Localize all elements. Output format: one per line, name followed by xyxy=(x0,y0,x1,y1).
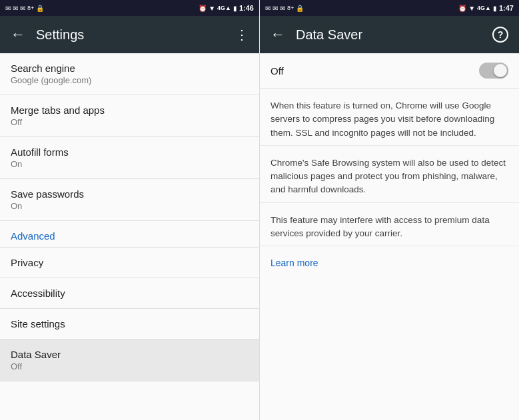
status-bar-left: ✉ ✉ ✉ 8+ 🔒 ⏰ ▼ 4G▲ ▮ 1:46 xyxy=(0,0,259,16)
settings-item-autofill[interactable]: Autofill forms On xyxy=(0,137,259,179)
left-panel: ✉ ✉ ✉ 8+ 🔒 ⏰ ▼ 4G▲ ▮ 1:46 ← Settings ⋮ S… xyxy=(0,0,260,420)
notification-icon-r: 8+ xyxy=(287,5,294,11)
site-settings-title: Site settings xyxy=(11,318,249,329)
lock-icon-r: 🔒 xyxy=(296,5,304,12)
gmail-icon3: ✉ xyxy=(20,5,25,12)
status-bar-left-icons: ✉ ✉ ✉ 8+ 🔒 xyxy=(5,5,44,12)
network-4g-icon: 4G▲ xyxy=(217,5,231,11)
description-1: When this feature is turned on, Chrome w… xyxy=(260,89,519,146)
signal-icon: ▼ xyxy=(209,5,215,12)
settings-item-data-saver[interactable]: Data Saver Off xyxy=(0,339,259,381)
learn-more-link[interactable]: Learn more xyxy=(270,258,318,268)
alarm-icon: ⏰ xyxy=(199,5,207,12)
settings-item-advanced: Advanced xyxy=(0,221,259,248)
settings-item-merge-tabs[interactable]: Merge tabs and apps Off xyxy=(0,95,259,137)
status-bar-right-right-icons: ⏰ ▼ 4G▲ ▮ 1:47 xyxy=(458,4,514,12)
signal-icon-r: ▼ xyxy=(468,5,475,12)
autofill-title: Autofill forms xyxy=(11,146,249,158)
save-passwords-title: Save passwords xyxy=(11,188,249,200)
merge-tabs-title: Merge tabs and apps xyxy=(11,105,249,116)
status-bar-right-icons: ⏰ ▼ 4G▲ ▮ 1:46 xyxy=(199,4,254,12)
settings-item-privacy[interactable]: Privacy xyxy=(0,248,259,278)
gmail-icon2-r: ✉ xyxy=(272,5,278,12)
battery-icon: ▮ xyxy=(233,5,237,12)
settings-item-accessibility[interactable]: Accessibility xyxy=(0,278,259,309)
battery-icon-r: ▮ xyxy=(493,5,497,12)
save-passwords-subtitle: On xyxy=(11,201,249,211)
help-icon[interactable]: ? xyxy=(492,27,508,43)
status-bar-right: ✉ ✉ ✉ 8+ 🔒 ⏰ ▼ 4G▲ ▮ 1:47 xyxy=(260,0,519,16)
data-saver-subtitle: Off xyxy=(11,361,249,371)
settings-item-site-settings[interactable]: Site settings xyxy=(0,309,259,339)
settings-title: Settings xyxy=(36,27,225,43)
top-bar-right: ← Data Saver ? xyxy=(260,16,519,53)
toggle-row: Off xyxy=(260,53,519,89)
settings-item-search-engine[interactable]: Search engine Google (google.com) xyxy=(0,53,259,95)
data-saver-title: Data Saver xyxy=(11,349,249,360)
alarm-icon-r: ⏰ xyxy=(458,5,466,12)
time-right: 1:47 xyxy=(499,4,514,12)
overflow-menu-icon[interactable]: ⋮ xyxy=(235,27,249,43)
description-2: Chrome's Safe Browsing system will also … xyxy=(260,146,519,203)
network-4g-icon-r: 4G▲ xyxy=(477,5,491,11)
right-panel: ✉ ✉ ✉ 8+ 🔒 ⏰ ▼ 4G▲ ▮ 1:47 ← Data Saver ?… xyxy=(260,0,519,420)
status-bar-right-left-icons: ✉ ✉ ✉ 8+ 🔒 xyxy=(265,5,304,12)
notification-icon: 8+ xyxy=(27,5,34,11)
autofill-subtitle: On xyxy=(11,159,249,169)
search-engine-title: Search engine xyxy=(11,63,249,74)
description-1-text: When this feature is turned on, Chrome w… xyxy=(270,101,494,138)
settings-list: Search engine Google (google.com) Merge … xyxy=(0,53,259,420)
search-engine-subtitle: Google (google.com) xyxy=(11,75,249,85)
merge-tabs-subtitle: Off xyxy=(11,117,249,127)
gmail-icon3-r: ✉ xyxy=(280,5,285,12)
description-2-text: Chrome's Safe Browsing system will also … xyxy=(270,158,506,195)
privacy-title: Privacy xyxy=(11,257,249,268)
top-bar-left: ← Settings ⋮ xyxy=(0,16,259,53)
time-left: 1:46 xyxy=(239,4,254,12)
description-3-text: This feature may interfere with access t… xyxy=(270,215,490,238)
gmail-icon-r: ✉ xyxy=(265,5,270,12)
back-button-left[interactable]: ← xyxy=(11,26,25,43)
advanced-header: Advanced xyxy=(11,230,249,242)
back-button-right[interactable]: ← xyxy=(270,26,285,43)
learn-more-block: Learn more xyxy=(260,246,519,280)
settings-item-save-passwords[interactable]: Save passwords On xyxy=(0,179,259,221)
gmail-icon2: ✉ xyxy=(13,5,18,12)
data-saver-toggle[interactable] xyxy=(479,63,508,79)
accessibility-title: Accessibility xyxy=(11,288,249,299)
lock-icon: 🔒 xyxy=(36,5,44,12)
description-3: This feature may interfere with access t… xyxy=(260,203,519,247)
data-saver-screen-title: Data Saver xyxy=(296,27,482,43)
toggle-label: Off xyxy=(270,65,479,77)
gmail-icon: ✉ xyxy=(5,5,11,12)
